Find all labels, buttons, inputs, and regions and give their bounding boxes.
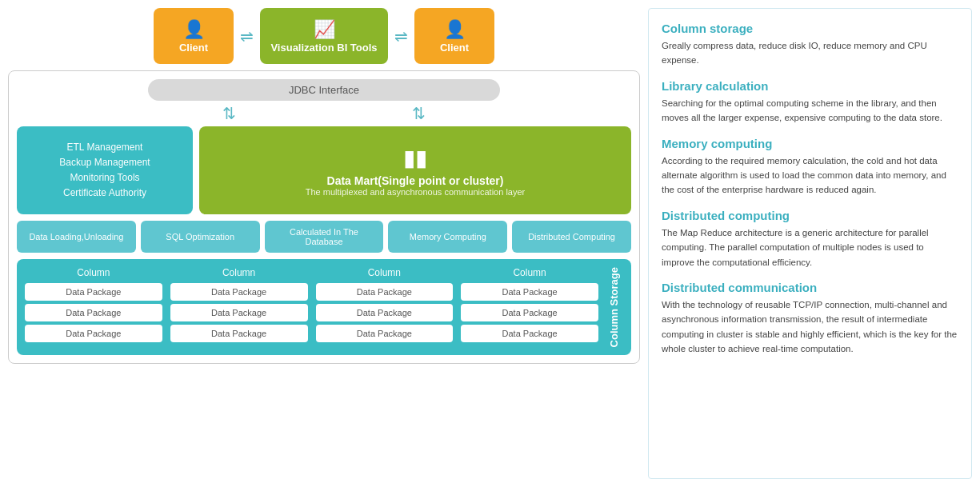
data-package-3-2[interactable]: Data Package xyxy=(461,325,598,342)
info-text-4: With the technology of reusable TCP/IP c… xyxy=(662,297,958,357)
info-title-3: Distributed computing xyxy=(662,209,958,222)
data-package-0-2[interactable]: Data Package xyxy=(25,325,162,342)
data-package-2-1[interactable]: Data Package xyxy=(316,304,454,321)
data-package-1-1[interactable]: Data Package xyxy=(170,304,308,321)
bi-tools-label: Visualization BI Tools xyxy=(270,42,377,54)
column-label-1: Column xyxy=(222,267,255,278)
column-label-3: Column xyxy=(513,267,546,278)
columns-grid: Column Data Package Data Package Data Pa… xyxy=(25,267,598,347)
column-label-2: Column xyxy=(368,267,401,278)
feature-tab-3[interactable]: Memory Computing xyxy=(388,221,507,253)
data-package-2-2[interactable]: Data Package xyxy=(316,325,454,342)
bi-tools-box: 📈 Visualization BI Tools xyxy=(260,8,388,64)
arrow-right: ⇌ xyxy=(394,26,408,46)
data-mart-box: ▮▮ Data Mart(Single point or cluster) Th… xyxy=(199,126,631,214)
feature-tab-4[interactable]: Distributed Computing xyxy=(512,221,631,253)
chart-icon: 📈 xyxy=(314,19,335,40)
jdbc-box: JDBC Interface xyxy=(148,79,500,101)
data-package-1-0[interactable]: Data Package xyxy=(170,283,308,301)
left-panel: 👤 Client ⇌ 📈 Visualization BI Tools ⇌ 👤 … xyxy=(0,0,648,487)
column-group-1: Column Data Package Data Package Data Pa… xyxy=(170,267,308,347)
data-package-3-1[interactable]: Data Package xyxy=(461,304,598,321)
feature-tabs-row: Data Loading,Unloading SQL Optimization … xyxy=(17,221,631,253)
info-section-4: Distributed communication With the techn… xyxy=(662,281,958,357)
info-section-0: Column storage Greally compress data, re… xyxy=(662,22,958,68)
left-modules-box: ETL Management Backup Management Monitor… xyxy=(17,126,193,214)
arrow-v-right: ⇅ xyxy=(412,104,426,123)
data-package-3-0[interactable]: Data Package xyxy=(461,283,598,301)
column-storage-section: Column Data Package Data Package Data Pa… xyxy=(17,259,631,355)
client-left-box: 👤 Client xyxy=(154,8,234,64)
info-section-3: Distributed computing The Map Reduce arc… xyxy=(662,209,958,269)
info-section-2: Memory computing According to the requir… xyxy=(662,137,958,198)
feature-tab-0[interactable]: Data Loading,Unloading xyxy=(17,221,136,253)
info-text-2: According to the required memory calcula… xyxy=(662,154,958,198)
client-left-label: Client xyxy=(179,42,208,54)
feature-tab-2[interactable]: Calculated In The Database xyxy=(265,221,384,253)
main-diagram-box: JDBC Interface ⇅ ⇅ ETL Management Backup… xyxy=(8,70,640,364)
info-text-1: Searching for the optimal computing sche… xyxy=(662,96,958,126)
right-panel: Column storage Greally compress data, re… xyxy=(648,8,972,479)
info-title-4: Distributed communication xyxy=(662,281,958,294)
middle-row: ETL Management Backup Management Monitor… xyxy=(17,126,631,214)
column-group-2: Column Data Package Data Package Data Pa… xyxy=(316,267,454,347)
column-storage-label: Column Storage xyxy=(605,267,623,347)
data-package-0-1[interactable]: Data Package xyxy=(25,304,162,321)
info-title-0: Column storage xyxy=(662,22,958,35)
data-package-1-2[interactable]: Data Package xyxy=(170,325,308,342)
column-group-0: Column Data Package Data Package Data Pa… xyxy=(25,267,162,347)
info-section-1: Library calculation Searching for the op… xyxy=(662,79,958,126)
column-group-3: Column Data Package Data Package Data Pa… xyxy=(461,267,598,347)
data-mart-subtitle: The multiplexed and asynchronous communi… xyxy=(306,187,526,197)
arrow-v-left: ⇅ xyxy=(222,104,236,123)
client-right-label: Client xyxy=(440,42,469,54)
module-text: ETL Management Backup Management Monitor… xyxy=(59,140,150,202)
column-label-0: Column xyxy=(77,267,110,278)
jdbc-row: JDBC Interface xyxy=(17,79,631,101)
info-title-1: Library calculation xyxy=(662,79,958,93)
arrow-left: ⇌ xyxy=(240,26,254,46)
feature-tab-1[interactable]: SQL Optimization xyxy=(141,221,260,253)
person-icon-left: 👤 xyxy=(183,19,205,40)
db-icon: ▮▮ xyxy=(403,145,427,171)
data-package-0-0[interactable]: Data Package xyxy=(25,283,162,301)
data-package-2-0[interactable]: Data Package xyxy=(316,283,454,301)
info-title-2: Memory computing xyxy=(662,137,958,150)
info-text-3: The Map Reduce architecture is a generic… xyxy=(662,226,958,269)
person-icon-right: 👤 xyxy=(444,19,466,40)
top-row: 👤 Client ⇌ 📈 Visualization BI Tools ⇌ 👤 … xyxy=(154,8,494,64)
info-text-0: Greally compress data, reduce disk IO, r… xyxy=(662,38,958,68)
data-mart-title: Data Mart(Single point or cluster) xyxy=(327,174,504,187)
client-right-box: 👤 Client xyxy=(414,8,494,64)
arrows-row: ⇅ ⇅ xyxy=(17,104,631,123)
